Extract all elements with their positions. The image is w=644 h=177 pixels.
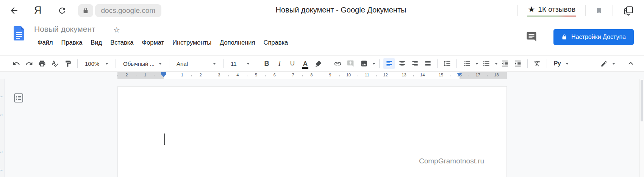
ruler-number: 1 [144,73,146,77]
chevron-down-icon [105,63,108,65]
ruler-number: 7 [292,73,294,77]
ruler-tick [487,75,488,76]
bulleted-list-group [480,58,498,69]
collections-icon[interactable] [623,5,634,16]
insert-image-button[interactable] [358,58,370,69]
bulleted-list-button[interactable] [481,58,492,69]
toolbar-separator [547,59,547,68]
comments-icon[interactable] [526,31,537,42]
share-settings-button[interactable]: Настройки Доступа [553,29,634,45]
numbered-list-button[interactable] [461,58,473,69]
menu-insert[interactable]: Вставка [106,37,138,48]
highlight-color-button[interactable] [313,58,324,69]
document-page[interactable]: CompGramotnost.ru [117,86,507,177]
horizontal-ruler-track[interactable]: 21123456789101112131415161718 [117,72,507,79]
google-docs-icon[interactable] [14,26,24,40]
ruler-number: 5 [255,73,257,77]
refresh-icon[interactable] [58,6,67,15]
toolbar-separator [328,59,328,68]
italic-button[interactable]: I [274,58,285,69]
menu-edit[interactable]: Правка [57,37,87,48]
favorite-star-icon[interactable]: ☆ [113,25,120,34]
document-title[interactable]: Новый документ [34,25,95,34]
editing-mode-pencil-button[interactable] [598,58,610,69]
menu-view[interactable]: Вид [86,37,106,48]
chevron-down-icon[interactable] [612,63,615,65]
ruler-number: 6 [274,73,276,77]
menu-help[interactable]: Справка [259,37,292,48]
bold-button[interactable]: B [261,58,272,69]
site-rating[interactable]: ★ 1К отзывов [528,5,575,17]
align-right-button[interactable] [409,58,420,69]
line-spacing-button[interactable] [441,58,453,69]
toolbar-separator [77,59,78,68]
ruler-number: 3 [218,73,220,77]
chevron-down-icon[interactable] [372,63,375,65]
paragraph-style-select[interactable]: Обычный ... [120,58,164,69]
redo-button[interactable] [23,58,35,69]
star-icon: ★ [528,5,535,14]
print-button[interactable] [36,58,48,69]
chevron-down-icon[interactable] [475,63,478,65]
paint-format-button[interactable] [62,58,73,69]
bookmark-icon[interactable] [596,6,603,15]
document-canvas[interactable]: 2112 CompGramotnost.ru [0,79,644,177]
zoom-value: 100% [85,61,99,67]
ssl-lock-icon[interactable] [78,4,93,17]
align-justify-button[interactable] [422,58,433,69]
ruler-tick [432,75,432,76]
chevron-down-icon[interactable] [495,63,498,65]
browser-back-icon[interactable] [9,6,19,16]
ruler-number: 10 [346,73,351,77]
left-indent-marker[interactable] [161,74,166,77]
scrollbar-thumb[interactable] [641,80,643,121]
format-toolbar: 100% Обычный ... Arial 11 B I U A [0,55,644,72]
vertical-scrollbar[interactable] [639,79,644,177]
spellcheck-button[interactable] [49,58,61,69]
decrease-indent-button[interactable] [499,58,511,69]
align-left-button[interactable] [383,58,395,69]
text-color-button[interactable]: A [300,58,311,69]
menu-addons[interactable]: Дополнения [216,37,259,48]
font-size-select[interactable]: 11 [228,58,252,69]
font-family-select[interactable]: Arial [174,58,219,69]
ruler-row: 21123456789101112131415161718 [0,72,644,79]
ruler-tick [339,75,340,76]
ruler-number: 1 [181,73,183,77]
ruler-tick [228,75,229,76]
align-center-button[interactable] [396,58,408,69]
collapse-toolbar-button[interactable] [625,58,636,69]
ruler-margin-zone [460,72,507,79]
text-cursor [164,134,165,145]
first-line-indent-marker[interactable] [161,72,166,74]
right-indent-marker[interactable] [457,73,462,76]
yandex-browser-icon[interactable]: Я [34,5,42,16]
menu-file[interactable]: Файл [33,37,57,48]
menu-format[interactable]: Формат [138,37,169,48]
undo-button[interactable] [11,58,22,69]
ruler-number: 4 [236,73,239,77]
insert-link-button[interactable] [332,58,343,69]
browser-right-controls: ★ 1К отзывов [517,0,639,21]
address-bar[interactable]: docs.google.com [95,4,162,17]
insert-comment-button[interactable] [345,58,356,69]
input-tools-button[interactable]: Ру [552,58,563,69]
toolbar-separator [379,59,380,68]
ruler-tick [395,75,395,76]
chevron-down-icon[interactable] [566,63,569,65]
clear-formatting-button[interactable] [531,58,543,69]
increase-indent-button[interactable] [512,58,524,69]
menu-tools[interactable]: Инструменты [168,37,216,48]
zoom-select[interactable]: 100% [82,58,111,69]
ruler-number: 13 [402,73,406,77]
ruler-number: 8 [310,73,313,77]
ruler-number: 18 [494,73,499,77]
underline-button[interactable]: U [287,58,298,69]
ruler-number: 14 [420,73,425,77]
toolbar-separator [257,59,257,68]
document-outline-icon[interactable] [12,92,25,104]
ruler-tick [450,75,450,76]
rating-label: 1К отзывов [538,5,575,14]
vertical-ruler[interactable]: 2112 [0,79,5,177]
toolbar-separator [223,59,224,68]
